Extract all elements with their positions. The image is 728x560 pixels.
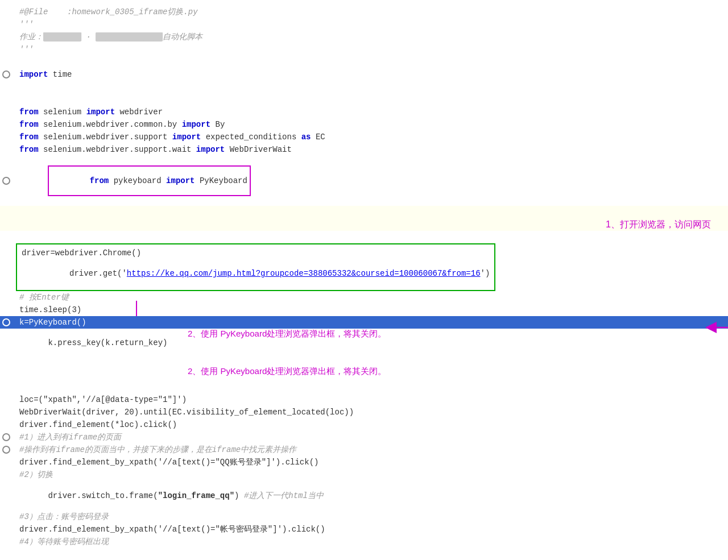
line-21-content: time.sleep(3) bbox=[16, 305, 728, 314]
line-13: from pykeyboard import PyKeyboard bbox=[0, 156, 728, 206]
line-32: driver.switch_to.frame("login_frame_qq")… bbox=[0, 481, 728, 511]
line-35: #4）等待账号密码框出现 bbox=[0, 536, 728, 548]
line-11: from selenium.webdriver.support import e… bbox=[0, 131, 728, 143]
line-2: ''' bbox=[0, 18, 728, 31]
gutter-13 bbox=[0, 177, 16, 185]
gutter-dot-6 bbox=[2, 70, 10, 78]
line-18-content: driver.get('https://ke.qq.com/jump.html?… bbox=[22, 260, 490, 287]
line-25: loc=("xpath",'//a[@data-type="1"]') bbox=[0, 393, 728, 406]
line-23: k.press_key(k.return_key) 2、使用 PyKeyboar… bbox=[0, 329, 728, 366]
line-1-content: #@File :homework_0305_iframe切换.py bbox=[16, 7, 728, 17]
line-32-content: driver.switch_to.frame("login_frame_qq")… bbox=[16, 482, 728, 510]
line-5 bbox=[0, 56, 728, 68]
line-21: time.sleep(3) bbox=[0, 304, 728, 316]
line-30: driver.find_element_by_xpath('//a[text()… bbox=[0, 456, 728, 468]
line-27: driver.find_element(*loc).click() bbox=[0, 418, 728, 431]
line-27-content: driver.find_element(*loc).click() bbox=[16, 420, 728, 429]
line-15 bbox=[0, 218, 728, 231]
line-10-content: from selenium.webdriver.common.by import… bbox=[16, 120, 728, 129]
line-33-content: #3）点击：账号密码登录 bbox=[16, 512, 728, 522]
annotation-2-text: 2、使用 PyKeyboard处理浏览器弹出框，将其关闭。 bbox=[188, 366, 386, 377]
gutter-dot-22 bbox=[2, 318, 10, 326]
line-14 bbox=[0, 206, 728, 218]
line-3-content: 作业：████████ · ██████████████自动化脚本 bbox=[16, 32, 728, 42]
line-10: from selenium.webdriver.common.by import… bbox=[0, 118, 728, 131]
line-4-content: ''' bbox=[16, 45, 728, 54]
line-29: #操作到有iframe的页面当中，并接下来的步骤，是在iframe中找元素并操作 bbox=[0, 443, 728, 456]
line-4: ''' bbox=[0, 43, 728, 56]
line-19: # 按Enter键 bbox=[0, 291, 728, 304]
line-8 bbox=[0, 93, 728, 106]
line-35-content: #4）等待账号密码框出现 bbox=[16, 537, 728, 547]
green-box-section: driver=webdriver.Chrome() driver.get('ht… bbox=[16, 243, 728, 291]
line-16 bbox=[0, 231, 728, 243]
line-6: import time bbox=[0, 68, 728, 81]
line-2-content: ''' bbox=[16, 20, 728, 29]
line-33: #3）点击：账号密码登录 bbox=[0, 511, 728, 523]
line-31: #2）切换 bbox=[0, 468, 728, 481]
line-6-content: import time bbox=[16, 70, 728, 79]
annotation-2: 2、使用 PyKeyboard处理浏览器弹出框，将其关闭。 bbox=[188, 329, 386, 339]
line-9: from selenium import webdriver bbox=[0, 106, 728, 118]
line-36 bbox=[0, 548, 728, 560]
gutter-29 bbox=[0, 446, 16, 454]
line-25-content: loc=("xpath",'//a[@data-type="1"]') bbox=[16, 395, 728, 404]
line-34: driver.find_element_by_xpath('//a[text()… bbox=[0, 523, 728, 536]
line-29-content: #操作到有iframe的页面当中，并接下来的步骤，是在iframe中找元素并操作 bbox=[16, 445, 728, 455]
line-26: WebDriverWait(driver, 20).until(EC.visib… bbox=[0, 406, 728, 418]
line-28-content: #1）进入到有iframe的页面 bbox=[16, 432, 728, 442]
gutter-dot-13 bbox=[2, 177, 10, 185]
line-31-content: #2）切换 bbox=[16, 470, 728, 480]
line-17: driver=webdriver.Chrome() bbox=[22, 247, 490, 259]
line-17-content: driver=webdriver.Chrome() bbox=[22, 248, 490, 258]
line-12: from selenium.webdriver.support.wait imp… bbox=[0, 143, 728, 156]
gutter-22 bbox=[0, 318, 16, 326]
line-9-content: from selenium import webdriver bbox=[16, 107, 728, 117]
gutter-28 bbox=[0, 433, 16, 441]
gutter-6 bbox=[0, 70, 16, 78]
line-13-content: from pykeyboard import PyKeyboard bbox=[16, 156, 728, 205]
line-23-content: k.press_key(k.return_key) 2、使用 PyKeyboar… bbox=[16, 329, 728, 366]
line-1: #@File :homework_0305_iframe切换.py bbox=[0, 6, 728, 18]
line-30-content: driver.find_element_by_xpath('//a[text()… bbox=[16, 457, 728, 467]
line-22-content: k=PyKeyboard() bbox=[16, 318, 728, 327]
gutter-dot-28 bbox=[2, 433, 10, 441]
line-7 bbox=[0, 81, 728, 93]
line-34-content: driver.find_element_by_xpath('//a[text()… bbox=[16, 524, 728, 534]
annotation-2-row: 2、使用 PyKeyboard处理浏览器弹出框，将其关闭。 bbox=[0, 366, 728, 381]
line-26-content: WebDriverWait(driver, 20).until(EC.visib… bbox=[16, 408, 728, 417]
line-3: 作业：████████ · ██████████████自动化脚本 bbox=[0, 31, 728, 43]
line-12-content: from selenium.webdriver.support.wait imp… bbox=[16, 145, 728, 154]
line-18: driver.get('https://ke.qq.com/jump.html?… bbox=[22, 259, 490, 288]
gutter-dot-29 bbox=[2, 446, 10, 454]
line-24 bbox=[0, 381, 728, 393]
line-11-content: from selenium.webdriver.support import e… bbox=[16, 132, 728, 142]
code-editor: #@File :homework_0305_iframe切换.py ''' 作业… bbox=[0, 0, 728, 560]
line-22: k=PyKeyboard() bbox=[0, 316, 728, 329]
line-28: #1）进入到有iframe的页面 bbox=[0, 431, 728, 443]
